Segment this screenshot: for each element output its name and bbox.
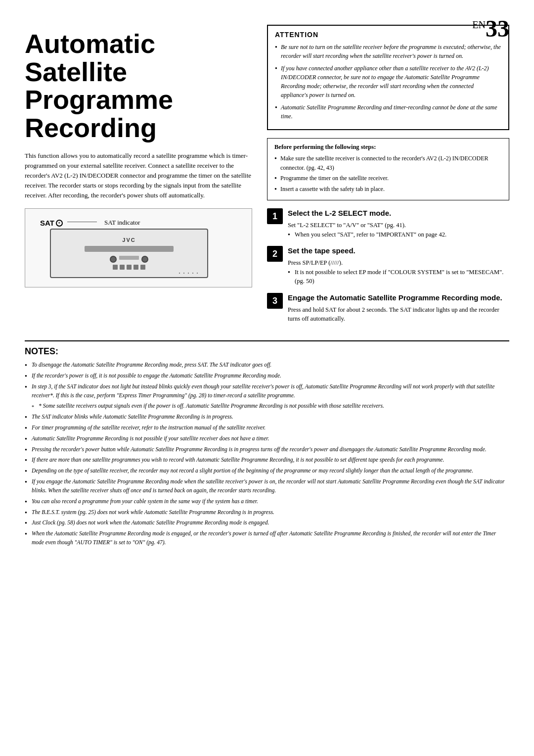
note-item-11: You can also record a programme from you… (25, 497, 509, 506)
vcr-display (119, 256, 139, 260)
attention-title: ATTENTION (275, 31, 501, 39)
step-2-bullet: It is not possible to select EP mode if … (288, 268, 509, 286)
vcr-btn-3 (127, 265, 132, 270)
step-2-heading: Set the tape speed. (288, 246, 509, 256)
step-3-body: Press and hold SAT for about 2 seconds. … (288, 305, 509, 324)
page-number: EN33 (472, 15, 509, 42)
before-step-1: Make sure the satellite receiver is conn… (274, 154, 502, 172)
vcr-brand-logo: JVC (122, 237, 135, 243)
right-column: ATTENTION Be sure not to turn on the sat… (267, 25, 509, 331)
step-2-content: Set the tape speed. Press SP/LP/EP (////… (288, 246, 509, 286)
vcr-btn-2 (120, 265, 125, 270)
vcr-knob-1 (110, 256, 117, 263)
before-step-3: Insert a cassette with the safety tab in… (274, 185, 502, 194)
left-column: Automatic Satellite Programme Recording … (25, 25, 252, 331)
step-1-content: Select the L-2 SELECT mode. Set "L-2 SEL… (288, 208, 446, 239)
sat-text: SAT (40, 219, 54, 227)
en-label: EN (472, 19, 486, 30)
page-num-value: 33 (486, 15, 509, 42)
intro-paragraph: This function allows you to automaticall… (25, 151, 252, 201)
vcr-knob-2 (141, 256, 148, 263)
attention-item-3: Automatic Satellite Programme Recording … (275, 103, 501, 121)
notes-title: NOTES: (25, 346, 509, 357)
attention-item-2: If you have connected another appliance … (275, 64, 501, 99)
notes-section: NOTES: To disengage the Automatic Satell… (25, 340, 509, 547)
before-steps-box: Before performing the following steps: M… (267, 138, 509, 200)
sat-indicator-label: SAT indicator (104, 219, 140, 227)
note-item-2: If the recorder's power is off, it is no… (25, 372, 509, 380)
page: EN33 Automatic Satellite Programme Recor… (0, 0, 534, 756)
sat-circle-icon: + (56, 220, 63, 227)
title-line3: Recording (25, 113, 157, 142)
step-2-body: Press SP/LP/EP (/////). (288, 258, 509, 268)
note-item-1: To disengage the Automatic Satellite Pro… (25, 361, 509, 370)
step-2: 2 Set the tape speed. Press SP/LP/EP (//… (267, 246, 509, 286)
note-item-12: The B.E.S.T. system (pg. 25) does not wo… (25, 508, 509, 517)
step-3-number: 3 (267, 293, 283, 309)
step-3: 3 Engage the Automatic Satellite Program… (267, 293, 509, 324)
attention-text: Be sure not to turn on the satellite rec… (275, 43, 501, 121)
note-item-7: Pressing the recorder's power button whi… (25, 445, 509, 454)
before-steps-title: Before performing the following steps: (274, 143, 502, 151)
note-item-14: When the Automatic Satellite Programme R… (25, 529, 509, 547)
note-item-9: Depending on the type of satellite recei… (25, 467, 509, 475)
main-layout: Automatic Satellite Programme Recording … (25, 25, 509, 331)
before-steps-list: Make sure the satellite receiver is conn… (274, 154, 502, 193)
vcr-knobs-row (110, 256, 148, 263)
title-line1: Automatic Satellite (25, 29, 155, 87)
step-1-body: Set "L-2 SELECT" to "A/V" or "SAT" (pg. … (288, 221, 446, 230)
vcr-btn-1 (113, 265, 118, 270)
vcr-dots: · · · · · (178, 269, 198, 278)
vcr-tape-slot (85, 246, 174, 252)
sat-label: SAT + (40, 219, 63, 227)
note-item-3: In step 3, if the SAT indicator does not… (25, 382, 509, 400)
step-1: 1 Select the L-2 SELECT mode. Set "L-2 S… (267, 208, 509, 239)
vcr-diagram: SAT + SAT indicator JVC (25, 208, 252, 287)
vcr-button-row (113, 265, 145, 270)
note-item-10: If you engage the Automatic Satellite Pr… (25, 477, 509, 495)
title-line2: Programme (25, 85, 173, 114)
step-2-number: 2 (267, 246, 283, 262)
step-1-heading: Select the L-2 SELECT mode. (288, 208, 446, 218)
attention-item-1: Be sure not to turn on the satellite rec… (275, 43, 501, 60)
notes-list: To disengage the Automatic Satellite Pro… (25, 361, 509, 547)
page-title: Automatic Satellite Programme Recording (25, 30, 252, 142)
step-1-bullet: When you select "SAT", refer to "IMPORTA… (288, 230, 446, 239)
step-3-content: Engage the Automatic Satellite Programme… (288, 293, 509, 324)
diagram-arrow-line (67, 222, 97, 222)
vcr-controls (110, 256, 148, 263)
note-item-13: Just Clock (pg. 58) does not work when t… (25, 519, 509, 527)
note-item-6: Automatic Satellite Programme Recording … (25, 434, 509, 443)
vcr-btn-4 (134, 265, 138, 270)
step-1-number: 1 (267, 208, 283, 224)
note-item-5: For timer programming of the satellite r… (25, 424, 509, 432)
vcr-btn-5 (140, 265, 145, 270)
note-item-8: If there are more than one satellite pro… (25, 456, 509, 465)
before-step-2: Programme the timer on the satellite rec… (274, 174, 502, 183)
note-item-4: The SAT indicator blinks while Automatic… (25, 413, 509, 422)
note-item-3-sub: * Some satellite receivers output signal… (25, 402, 509, 411)
step-3-heading: Engage the Automatic Satellite Programme… (288, 293, 509, 303)
sat-indicator-text: SAT indicator (104, 219, 140, 226)
